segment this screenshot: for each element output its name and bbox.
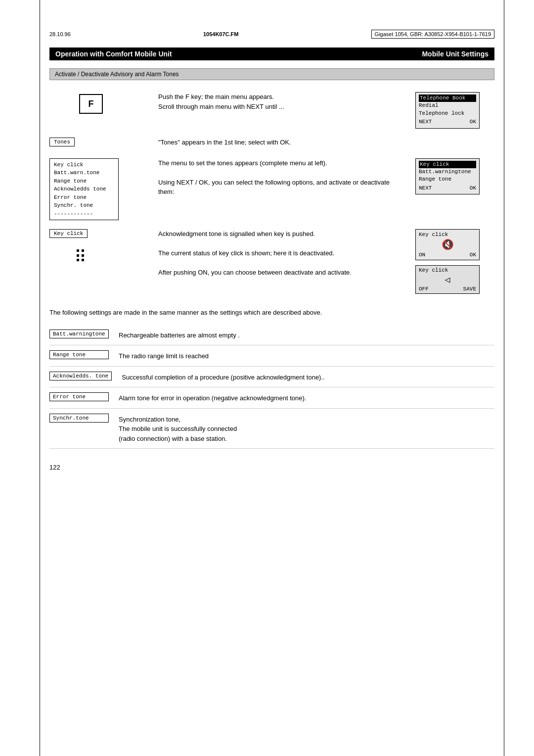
lcd1-selected: Telephone Book — [419, 94, 476, 102]
feature-desc-error: Alarm tone for error in operation (negat… — [119, 392, 306, 403]
menu-item-range: Range tone — [54, 177, 114, 186]
lcd1-btn-ok[interactable]: OK — [470, 118, 476, 126]
title-left: Operation with Comfort Mobile Unit — [55, 50, 172, 58]
step-row-1: F Push the F key; the main menu appears.… — [49, 92, 494, 129]
section-header: Activate / Deactivate Advisory and Alarm… — [49, 68, 494, 80]
feature-desc-batt: Rechargeable batteries are almost empty … — [119, 330, 240, 340]
step4-line3: After pushing ON, you can choose between… — [158, 268, 407, 278]
feature-desc-range: The radio range limit is reached — [119, 350, 209, 361]
lcd1-btn-next[interactable]: NEXT — [419, 118, 432, 126]
lcd-keyclickbottom: Key click ◁ OFF SAVE — [415, 265, 480, 294]
key-click-label-box: Key click — [49, 229, 88, 238]
content-area: F Push the F key; the main menu appears.… — [49, 92, 494, 303]
feature-row-synchr: Synchr.tone Synchronization tone, The mo… — [49, 409, 494, 449]
menu-item-keyclick: Key click — [54, 161, 114, 169]
header-date: 28.10.96 — [49, 31, 71, 37]
tones-label-box: Tones — [49, 138, 75, 146]
step3-left: Key click Batt.warn.tone Range tone Ackn… — [49, 158, 158, 221]
menu-item-error: Error tone — [54, 193, 114, 202]
lcd1-line3: Telephone lock — [419, 110, 476, 117]
step1-instructions: Push the F key; the main menu appears. S… — [158, 92, 415, 111]
page: 28.10.96 1054K07C.FM Gigaset 1054, GBR: … — [0, 0, 534, 756]
btn-ok[interactable]: OK — [470, 252, 476, 258]
step3-line2: Using NEXT / OK, you can select the foll… — [158, 178, 407, 197]
lcd-keyclicktop-header: Key click — [419, 232, 476, 237]
lcd3-buttons: NEXT OK — [419, 185, 476, 192]
speaker-icon: ◁ — [419, 273, 476, 286]
step3-instructions: The menu to set the tones appears (compl… — [158, 158, 415, 197]
feature-label-range: Range tone — [49, 350, 109, 359]
lcd1-buttons: NEXT OK — [419, 118, 476, 126]
step-row-2: Tones "Tones" appears in the 1st line; s… — [49, 138, 494, 149]
step1-line2: Scroll through main menu with NEXT until… — [158, 102, 407, 112]
step4-instructions: Acknowledgment tone is signalled when ke… — [158, 229, 415, 278]
step4-line1: Acknowledgment tone is signalled when ke… — [158, 229, 407, 239]
lcd1-line2: Redial — [419, 102, 476, 109]
btn-off[interactable]: OFF — [419, 286, 429, 292]
title-bar: Operation with Comfort Mobile Unit Mobil… — [49, 47, 494, 60]
feature-label-synchr: Synchr.tone — [49, 414, 109, 423]
step3-line1: The menu to set the tones appears (compl… — [158, 158, 407, 168]
menu-item-divider: ------------ — [54, 210, 114, 218]
feature-row-batt: Batt.warningtone Rechargeable batteries … — [49, 325, 494, 346]
f-key-label: F — [89, 99, 94, 109]
step1-left: F — [49, 92, 158, 114]
btn-save[interactable]: SAVE — [463, 286, 476, 292]
menu-item-acknowleds: Acknowledds tone — [54, 185, 114, 193]
feature-row-acknowleds: Acknowledds. tone Successful completion … — [49, 367, 494, 388]
header-filename: 1054K07C.FM — [203, 31, 239, 37]
step3-lcd: Key click Batt.warningtone Range tone NE… — [415, 158, 494, 195]
mute-icon: 🔇 — [419, 237, 476, 252]
feature-row-range: Range tone The radio range limit is reac… — [49, 345, 494, 367]
lcd3-line2: Batt.warningtone — [419, 168, 476, 176]
step1-line1: Push the F key; the main menu appears. — [158, 92, 407, 102]
menu-item-synchr: Synchr. tone — [54, 201, 114, 210]
title-right: Mobile Unit Settings — [422, 50, 489, 58]
lcd-keyclickbottom-header: Key click — [419, 267, 476, 273]
menu-list: Key click Batt.warn.tone Range tone Ackn… — [49, 158, 119, 221]
step2-left: Tones — [49, 138, 158, 149]
page-header: 28.10.96 1054K07C.FM Gigaset 1054, GBR: … — [49, 30, 494, 39]
bottom-note: The following settings are made in the s… — [49, 308, 494, 318]
lcd-keyclickbottom-buttons: OFF SAVE — [419, 286, 476, 292]
step-row-3: Key click Batt.warn.tone Range tone Ackn… — [49, 158, 494, 221]
btn-on[interactable]: ON — [419, 252, 425, 258]
step1-lcd: Telephone Book Redial Telephone lock NEX… — [415, 92, 494, 129]
left-margin — [40, 0, 40, 756]
feature-desc-acknowleds: Successful completion of a procedure (po… — [122, 372, 324, 382]
keypad-icon: ⠿ — [74, 247, 87, 267]
lcd3-selected: Key click — [419, 161, 476, 168]
feature-label-acknowleds: Acknowledds. tone — [49, 372, 112, 380]
lcd3-line3: Range tone — [419, 176, 476, 183]
page-number: 122 — [49, 464, 494, 471]
feature-label-error: Error tone — [49, 392, 109, 401]
step2-instructions: "Tones" appears in the 1st line; select … — [158, 138, 415, 147]
feature-desc-synchr: Synchronization tone, The mobile unit is… — [119, 414, 237, 444]
step4-left: Key click ⠿ — [49, 229, 158, 267]
step4-lcds: Key click 🔇 ON OK Key click ◁ OFF SAVE — [415, 229, 494, 294]
lcd-box-1: Telephone Book Redial Telephone lock NEX… — [415, 92, 480, 129]
lcd3-btn-next[interactable]: NEXT — [419, 185, 432, 192]
lcd3-btn-ok[interactable]: OK — [470, 185, 476, 192]
header-product-info: Gigaset 1054, GBR: A30852-X954-B101-1-76… — [371, 30, 494, 39]
lcd-box-3: Key click Batt.warningtone Range tone NE… — [415, 158, 480, 195]
feature-label-batt: Batt.warningtone — [49, 330, 109, 338]
feature-row-error: Error tone Alarm tone for error in opera… — [49, 387, 494, 409]
step-row-4: Key click ⠿ Acknowledgment tone is signa… — [49, 229, 494, 294]
menu-item-batt: Batt.warn.tone — [54, 169, 114, 177]
step2-line1: "Tones" appears in the 1st line; select … — [158, 138, 407, 147]
bottom-section: The following settings are made in the s… — [49, 308, 494, 449]
step4-line2: The current status of key click is shown… — [158, 248, 407, 258]
f-key[interactable]: F — [79, 94, 103, 114]
right-margin — [504, 0, 504, 756]
lcd-keyclicktop-buttons: ON OK — [419, 252, 476, 258]
lcd-keyclicktop: Key click 🔇 ON OK — [415, 229, 480, 260]
